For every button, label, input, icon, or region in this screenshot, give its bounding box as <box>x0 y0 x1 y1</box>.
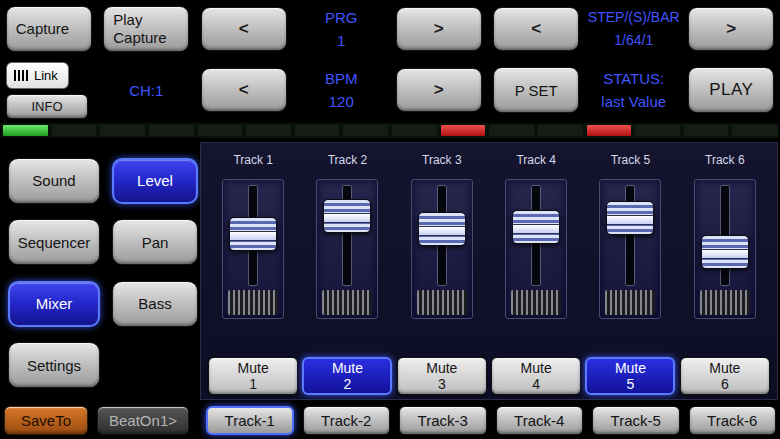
mute-button-5[interactable]: Mute 5 <box>585 357 675 395</box>
track-header: Track 1 <box>233 153 273 167</box>
level-fader-track-6[interactable] <box>694 179 756 319</box>
step-next-button[interactable]: > <box>688 7 774 51</box>
track-select-3[interactable]: Track-3 <box>399 406 487 435</box>
mute-button-2[interactable]: Mute 2 <box>302 357 392 395</box>
mute-number: 3 <box>438 376 446 392</box>
prg-prev-button[interactable]: < <box>201 7 287 51</box>
fader-handle[interactable] <box>606 201 654 235</box>
meter-segment-red <box>587 125 632 136</box>
mute-label: Mute <box>332 360 363 376</box>
fader-handle[interactable] <box>229 217 277 251</box>
bpm-up-button[interactable]: > <box>396 68 482 112</box>
info-button[interactable]: INFO <box>6 94 88 119</box>
level-fader-track-4[interactable] <box>505 179 567 319</box>
mute-number: 5 <box>627 376 635 392</box>
mute-number: 4 <box>532 376 540 392</box>
main-area: Sound Level Sequencer Pan Mixer Bass Set… <box>0 140 780 402</box>
tab-bass[interactable]: Bass <box>112 281 198 327</box>
mute-button-1[interactable]: Mute 1 <box>208 357 298 395</box>
meter-segment-off <box>246 125 291 136</box>
pset-button[interactable]: P SET <box>493 67 579 113</box>
meter <box>1 123 779 138</box>
prg-label: PRG <box>325 6 358 29</box>
meter-segment-off <box>635 125 680 136</box>
mute-button-4[interactable]: Mute 4 <box>491 357 581 395</box>
mixer-panel: Track 1 Track 2 Track 3 Track 4 Track 5 … <box>200 142 778 400</box>
fader-handle[interactable] <box>701 235 749 269</box>
fader-handle[interactable] <box>418 212 466 246</box>
meter-segment-off <box>295 125 340 136</box>
step-display: STEP/(S)/BAR 1/64/1 <box>588 6 680 52</box>
mute-number: 1 <box>249 376 257 392</box>
track-select-6[interactable]: Track-6 <box>689 406 777 435</box>
fader-ribs <box>700 290 750 315</box>
mute-number: 6 <box>721 376 729 392</box>
capture-button[interactable]: Capture <box>6 6 92 52</box>
track-select-1[interactable]: Track-1 <box>206 406 294 435</box>
sidebar-item-settings[interactable]: Settings <box>8 342 100 388</box>
mute-row: Mute 1 Mute 2 Mute 3 Mute 4 Mute 5 <box>206 353 772 399</box>
meter-segment-off <box>100 125 145 136</box>
save-to-button[interactable]: SaveTo <box>4 406 88 435</box>
level-fader-track-2[interactable] <box>316 179 378 319</box>
step-label: STEP/(S)/BAR <box>588 6 680 29</box>
fader-ribs <box>605 290 655 315</box>
beat-on-button[interactable]: BeatOn1> <box>97 406 189 435</box>
track-select-5[interactable]: Track-5 <box>592 406 680 435</box>
channel-display: CH:1 <box>129 79 163 102</box>
fader-handle[interactable] <box>323 199 371 233</box>
prg-value: 1 <box>325 29 358 52</box>
sidebar-item-sound[interactable]: Sound <box>8 158 100 204</box>
meter-segment-off <box>198 125 243 136</box>
play-button[interactable]: PLAY <box>688 67 774 113</box>
level-fader-track-1[interactable] <box>222 179 284 319</box>
fader-handle[interactable] <box>512 210 560 244</box>
mute-label: Mute <box>521 360 552 376</box>
track-header: Track 3 <box>422 153 462 167</box>
step-value: 1/64/1 <box>588 29 680 52</box>
link-button[interactable]: Link <box>6 62 69 89</box>
status-label: STATUS: <box>601 67 666 90</box>
level-fader-track-3[interactable] <box>411 179 473 319</box>
track-header: Track 4 <box>516 153 556 167</box>
mute-number: 2 <box>344 376 352 392</box>
meter-segment-off <box>392 125 437 136</box>
meter-segment-off <box>684 125 729 136</box>
track-header: Track 6 <box>705 153 745 167</box>
level-fader-track-5[interactable] <box>599 179 661 319</box>
link-icon <box>14 70 29 81</box>
sidebar-item-sequencer[interactable]: Sequencer <box>8 219 100 265</box>
bottom-bar: SaveTo BeatOn1> Track-1 Track-2 Track-3 … <box>0 402 780 439</box>
track-select-4[interactable]: Track-4 <box>496 406 584 435</box>
mute-button-6[interactable]: Mute 6 <box>680 357 770 395</box>
tab-level[interactable]: Level <box>112 158 198 204</box>
left-nav: Sound Level Sequencer Pan Mixer Bass Set… <box>0 140 200 402</box>
fader-ribs <box>322 290 372 315</box>
bpm-down-button[interactable]: < <box>201 68 287 112</box>
sidebar-item-mixer[interactable]: Mixer <box>8 281 100 327</box>
drum-machine-app: Capture Play Capture < PRG 1 > < STEP/(S… <box>0 0 780 439</box>
meter-segment-off <box>538 125 583 136</box>
fader-ribs <box>417 290 467 315</box>
link-info-group: Link INFO <box>6 62 88 119</box>
play-capture-button[interactable]: Play Capture <box>103 6 189 52</box>
mute-button-3[interactable]: Mute 3 <box>397 357 487 395</box>
top-bar: Capture Play Capture < PRG 1 > < STEP/(S… <box>0 0 780 122</box>
meter-segment-off <box>52 125 97 136</box>
step-prev-button[interactable]: < <box>493 7 579 51</box>
tab-pan[interactable]: Pan <box>112 219 198 265</box>
prg-display: PRG 1 <box>325 6 358 52</box>
track-header: Track 5 <box>611 153 651 167</box>
mute-label: Mute <box>238 360 269 376</box>
mute-label: Mute <box>709 360 740 376</box>
meter-segment-off <box>149 125 194 136</box>
track-select-row: Track-1 Track-2 Track-3 Track-4 Track-5 … <box>206 406 776 435</box>
mute-label: Mute <box>615 360 646 376</box>
status-value: last Value <box>601 90 666 113</box>
track-select-2[interactable]: Track-2 <box>303 406 391 435</box>
fader-bank <box>206 177 772 353</box>
status-display: STATUS: last Value <box>601 67 666 113</box>
bpm-value: 120 <box>325 90 358 113</box>
prg-next-button[interactable]: > <box>396 7 482 51</box>
fader-ribs <box>228 290 278 315</box>
